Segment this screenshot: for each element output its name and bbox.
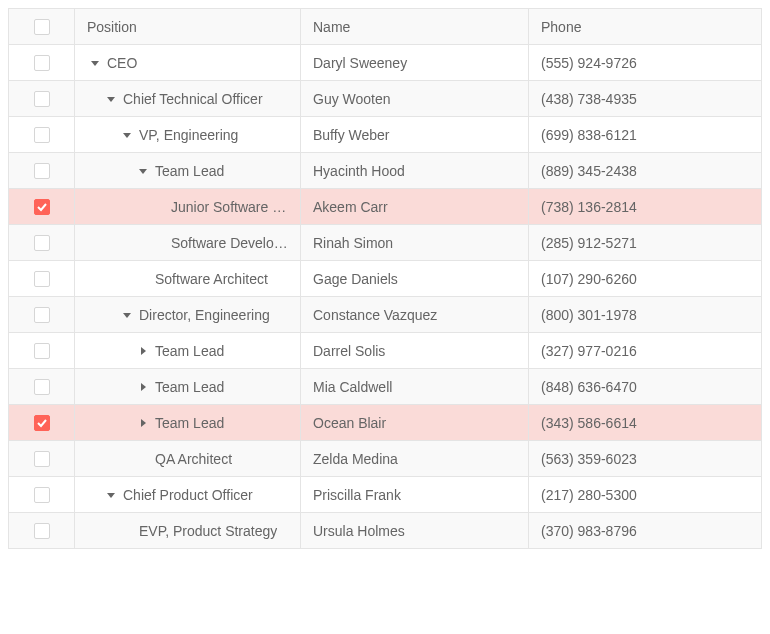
caret-down-icon[interactable] — [119, 307, 135, 323]
name-label: Guy Wooten — [313, 91, 391, 107]
name-cell: Darrel Solis — [301, 333, 529, 368]
caret-down-icon[interactable] — [103, 91, 119, 107]
header-position-label: Position — [87, 19, 137, 35]
table-row[interactable]: Director, EngineeringConstance Vazquez(8… — [9, 297, 761, 333]
phone-label: (699) 838-6121 — [541, 127, 637, 143]
table-row[interactable]: Team LeadDarrel Solis(327) 977-0216 — [9, 333, 761, 369]
caret-down-icon[interactable] — [103, 487, 119, 503]
caret-right-icon[interactable] — [135, 415, 151, 431]
name-cell: Constance Vazquez — [301, 297, 529, 332]
phone-label: (738) 136-2814 — [541, 199, 637, 215]
position-label: Director, Engineering — [139, 307, 270, 323]
header-position[interactable]: Position — [75, 9, 301, 44]
row-checkbox[interactable] — [34, 487, 50, 503]
header-phone-label: Phone — [541, 19, 581, 35]
position-label: CEO — [107, 55, 137, 71]
caret-down-icon[interactable] — [87, 55, 103, 71]
position-label: Software Develo… — [171, 235, 288, 251]
name-cell: Guy Wooten — [301, 81, 529, 116]
position-cell: CEO — [75, 45, 301, 80]
name-cell: Daryl Sweeney — [301, 45, 529, 80]
table-row[interactable]: EVP, Product StrategyUrsula Holmes(370) … — [9, 513, 761, 549]
row-checkbox[interactable] — [34, 523, 50, 539]
row-checkbox[interactable] — [34, 55, 50, 71]
row-checkbox[interactable] — [34, 163, 50, 179]
name-cell: Akeem Carr — [301, 189, 529, 224]
position-label: Chief Product Officer — [123, 487, 253, 503]
table-row[interactable]: Team LeadOcean Blair(343) 586-6614 — [9, 405, 761, 441]
checkbox-cell — [9, 405, 75, 440]
checkbox-cell — [9, 117, 75, 152]
phone-label: (555) 924-9726 — [541, 55, 637, 71]
name-label: Rinah Simon — [313, 235, 393, 251]
table-row[interactable]: Software ArchitectGage Daniels(107) 290-… — [9, 261, 761, 297]
position-cell: QA Architect — [75, 441, 301, 476]
header-name[interactable]: Name — [301, 9, 529, 44]
checkbox-cell — [9, 333, 75, 368]
phone-label: (889) 345-2438 — [541, 163, 637, 179]
header-phone[interactable]: Phone — [529, 9, 761, 44]
row-checkbox[interactable] — [34, 91, 50, 107]
phone-cell: (848) 636-6470 — [529, 369, 761, 404]
checkbox-cell — [9, 81, 75, 116]
header-row: Position Name Phone — [9, 9, 761, 45]
caret-down-icon[interactable] — [135, 163, 151, 179]
phone-cell: (285) 912-5271 — [529, 225, 761, 260]
checkbox-cell — [9, 369, 75, 404]
checkbox-cell — [9, 477, 75, 512]
row-checkbox[interactable] — [34, 307, 50, 323]
name-label: Daryl Sweeney — [313, 55, 407, 71]
name-label: Constance Vazquez — [313, 307, 437, 323]
table-row[interactable]: Chief Technical OfficerGuy Wooten(438) 7… — [9, 81, 761, 117]
row-checkbox[interactable] — [34, 343, 50, 359]
name-label: Buffy Weber — [313, 127, 390, 143]
position-cell: Director, Engineering — [75, 297, 301, 332]
name-cell: Mia Caldwell — [301, 369, 529, 404]
checkbox-cell — [9, 45, 75, 80]
name-label: Mia Caldwell — [313, 379, 392, 395]
checkbox-cell — [9, 261, 75, 296]
table-row[interactable]: Chief Product OfficerPriscilla Frank(217… — [9, 477, 761, 513]
row-checkbox[interactable] — [34, 235, 50, 251]
caret-right-icon[interactable] — [135, 379, 151, 395]
table-row[interactable]: Team LeadMia Caldwell(848) 636-6470 — [9, 369, 761, 405]
row-checkbox[interactable] — [34, 379, 50, 395]
name-cell: Gage Daniels — [301, 261, 529, 296]
table-row[interactable]: VP, EngineeringBuffy Weber(699) 838-6121 — [9, 117, 761, 153]
name-label: Ocean Blair — [313, 415, 386, 431]
name-cell: Buffy Weber — [301, 117, 529, 152]
phone-label: (848) 636-6470 — [541, 379, 637, 395]
name-cell: Hyacinth Hood — [301, 153, 529, 188]
row-checkbox[interactable] — [34, 271, 50, 287]
position-cell: Software Develo… — [75, 225, 301, 260]
select-all-checkbox[interactable] — [34, 19, 50, 35]
position-label: EVP, Product Strategy — [139, 523, 277, 539]
checkbox-cell — [9, 225, 75, 260]
checkbox-cell — [9, 513, 75, 548]
phone-cell: (555) 924-9726 — [529, 45, 761, 80]
checkbox-cell — [9, 297, 75, 332]
name-label: Darrel Solis — [313, 343, 385, 359]
name-label: Gage Daniels — [313, 271, 398, 287]
row-checkbox[interactable] — [34, 127, 50, 143]
table-row[interactable]: Software Develo…Rinah Simon(285) 912-527… — [9, 225, 761, 261]
phone-cell: (217) 280-5300 — [529, 477, 761, 512]
phone-label: (370) 983-8796 — [541, 523, 637, 539]
row-checkbox[interactable] — [34, 415, 50, 431]
position-label: VP, Engineering — [139, 127, 238, 143]
caret-right-icon[interactable] — [135, 343, 151, 359]
table-row[interactable]: CEODaryl Sweeney(555) 924-9726 — [9, 45, 761, 81]
phone-cell: (699) 838-6121 — [529, 117, 761, 152]
table-row[interactable]: Team LeadHyacinth Hood(889) 345-2438 — [9, 153, 761, 189]
table-row[interactable]: QA ArchitectZelda Medina(563) 359-6023 — [9, 441, 761, 477]
position-label: Chief Technical Officer — [123, 91, 263, 107]
table-row[interactable]: Junior Software …Akeem Carr(738) 136-281… — [9, 189, 761, 225]
caret-down-icon[interactable] — [119, 127, 135, 143]
checkbox-cell — [9, 153, 75, 188]
row-checkbox[interactable] — [34, 451, 50, 467]
position-cell: VP, Engineering — [75, 117, 301, 152]
row-checkbox[interactable] — [34, 199, 50, 215]
position-label: Team Lead — [155, 343, 224, 359]
name-cell: Zelda Medina — [301, 441, 529, 476]
phone-label: (107) 290-6260 — [541, 271, 637, 287]
